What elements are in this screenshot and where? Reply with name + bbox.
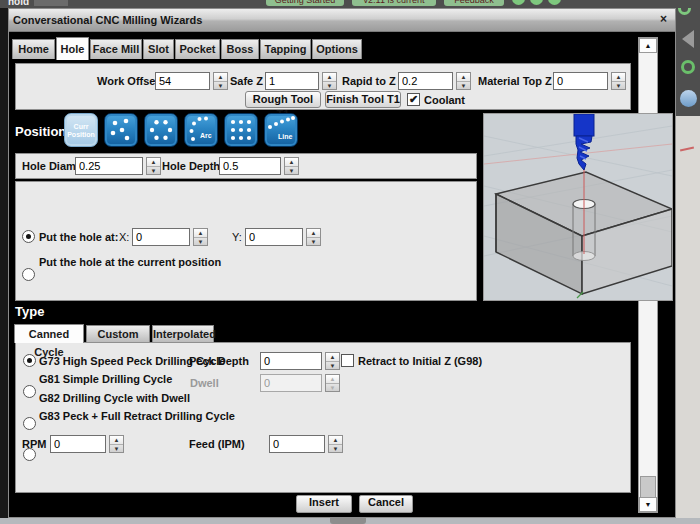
cycle-g82-radio[interactable]: [23, 417, 36, 430]
y-input[interactable]: [245, 228, 303, 246]
background-login-tab[interactable]: Login: [34, 0, 68, 6]
position-label: Position: [15, 124, 66, 139]
rapid-to-z-stepper[interactable]: ▲▼: [456, 72, 471, 90]
feed-label: Feed (IPM): [189, 438, 245, 450]
work-offset-label: Work Offset: [97, 75, 159, 87]
screen: hold Login Getting Started v2.11 is curr…: [0, 0, 700, 524]
insert-button[interactable]: Insert: [296, 495, 352, 513]
spin-down-icon: ▼: [326, 361, 339, 370]
put-hole-at-label: Put the hole at:: [39, 231, 118, 243]
background-ring-icon[interactable]: [681, 60, 695, 74]
tab-home[interactable]: Home: [12, 39, 55, 59]
rapid-to-z-spinner: ▲▼: [398, 72, 471, 90]
retract-label: Retract to Initial Z (G98): [358, 355, 482, 367]
tab-pocket[interactable]: Pocket: [175, 39, 220, 59]
settings-panel: Work Offset ▲▼ Safe Z ▲▼ Rapid to Z ▲▼ M…: [15, 63, 631, 110]
material-top-z-input[interactable]: [553, 72, 608, 90]
hole-depth-label: Hole Depth: [162, 160, 220, 172]
background-right-column: [676, 8, 700, 518]
hole-depth-spinner: ▲▼: [219, 157, 299, 175]
dwell-spinner: ▲▼: [260, 374, 340, 392]
spin-down-icon: ▼: [194, 237, 207, 246]
spin-up-icon: ▲: [612, 73, 625, 81]
safe-z-label: Safe Z: [230, 75, 263, 87]
cnc-wizard-dialog: Conversational CNC Milling Wizards × Hom…: [8, 8, 676, 518]
put-hole-current-label: Put the hole at the current position: [39, 256, 221, 268]
rpm-input[interactable]: [50, 435, 106, 453]
background-badge[interactable]: Getting Started: [266, 0, 344, 6]
background-circle-icon[interactable]: [512, 0, 525, 5]
preview-3d-viewport[interactable]: [483, 113, 673, 301]
background-arrow-icon[interactable]: [682, 30, 694, 48]
spin-down-icon: ▼: [323, 81, 336, 90]
tab-hole[interactable]: Hole: [56, 37, 89, 60]
cycle-g81-radio[interactable]: [23, 385, 36, 398]
dialog-titlebar[interactable]: Conversational CNC Milling Wizards ×: [9, 9, 675, 32]
dwell-input: [260, 374, 322, 392]
scrollbar-up-icon[interactable]: ▲: [639, 38, 657, 53]
material-top-z-spinner: ▲▼: [553, 72, 626, 90]
cancel-button[interactable]: Cancel: [359, 495, 413, 513]
rough-tool-button[interactable]: Rough Tool T1: [245, 91, 321, 108]
tab-face-mill[interactable]: Face Mill: [90, 39, 142, 59]
background-tab-fragment: [330, 518, 366, 524]
hole-depth-input[interactable]: [219, 157, 281, 175]
arc-button[interactable]: Arc: [184, 113, 218, 147]
grid-points-button[interactable]: [224, 113, 258, 147]
rapid-to-z-label: Rapid to Z: [342, 75, 396, 87]
cycle-g83-label: G83 Peck + Full Retract Drilling Cycle: [39, 410, 235, 422]
put-hole-at-radio[interactable]: [22, 230, 35, 243]
line-points-button[interactable]: Line: [264, 113, 298, 147]
type-heading: Type: [15, 304, 44, 319]
tab-slot[interactable]: Slot: [143, 39, 174, 59]
material-top-z-stepper[interactable]: ▲▼: [611, 72, 626, 90]
cycle-g81-label: G81 Simple Drilling Cycle: [39, 373, 172, 385]
tab-boss[interactable]: Boss: [221, 39, 259, 59]
spin-down-icon: ▼: [214, 81, 227, 90]
background-badge[interactable]: v2.11 is current: [352, 0, 436, 6]
tab-custom-cycle[interactable]: Custom Cycle: [86, 325, 150, 342]
coolant-checkbox[interactable]: ✔: [407, 93, 420, 106]
spin-down-icon: ▼: [110, 444, 123, 453]
spin-up-icon: ▲: [329, 436, 342, 444]
hole-diameter-stepper[interactable]: ▲▼: [146, 157, 161, 175]
y-stepper[interactable]: ▲▼: [306, 228, 321, 246]
background-circle-icon[interactable]: [530, 0, 543, 5]
peck-depth-stepper[interactable]: ▲▼: [325, 352, 340, 370]
tab-options[interactable]: Options: [312, 39, 362, 59]
work-offset-stepper[interactable]: ▲▼: [213, 72, 228, 90]
background-sphere-icon[interactable]: [680, 90, 697, 107]
peck-depth-input[interactable]: [260, 352, 322, 370]
work-offset-input[interactable]: [155, 72, 210, 90]
scrollbar-down-icon[interactable]: ▼: [639, 497, 657, 512]
background-circle-icon[interactable]: [548, 0, 561, 5]
finish-tool-button[interactable]: Finish Tool T1: [325, 91, 401, 108]
safe-z-stepper[interactable]: ▲▼: [322, 72, 337, 90]
x-spinner: ▲▼: [132, 228, 208, 246]
x-input[interactable]: [132, 228, 190, 246]
scatter-points-button[interactable]: [104, 113, 138, 147]
bolt-circle-button[interactable]: [144, 113, 178, 147]
tab-tapping[interactable]: Tapping: [260, 39, 311, 59]
put-hole-current-radio[interactable]: [22, 268, 35, 281]
current-position-button[interactable]: Curr Position: [64, 113, 98, 147]
x-stepper[interactable]: ▲▼: [193, 228, 208, 246]
feed-stepper[interactable]: ▲▼: [328, 435, 343, 453]
safe-z-spinner: ▲▼: [265, 72, 337, 90]
feed-spinner: ▲▼: [269, 435, 343, 453]
tab-canned-cycle[interactable]: Canned Cycle: [14, 324, 84, 343]
spin-up-icon: ▲: [307, 229, 320, 237]
rapid-to-z-input[interactable]: [398, 72, 453, 90]
rpm-spinner: ▲▼: [50, 435, 124, 453]
material-top-z-label: Material Top Z: [478, 75, 552, 87]
hole-depth-stepper[interactable]: ▲▼: [284, 157, 299, 175]
tab-interpolated[interactable]: Interpolated: [152, 325, 214, 342]
close-icon[interactable]: ×: [660, 12, 667, 26]
retract-checkbox[interactable]: [341, 354, 354, 367]
rpm-stepper[interactable]: ▲▼: [109, 435, 124, 453]
background-badge[interactable]: Feedback: [444, 0, 504, 6]
hole-placement-panel: Put the hole at: X: ▲▼ Y: ▲▼ Put the hol…: [15, 181, 477, 301]
hole-diameter-input[interactable]: [75, 157, 143, 175]
feed-input[interactable]: [269, 435, 325, 453]
safe-z-input[interactable]: [265, 72, 319, 90]
